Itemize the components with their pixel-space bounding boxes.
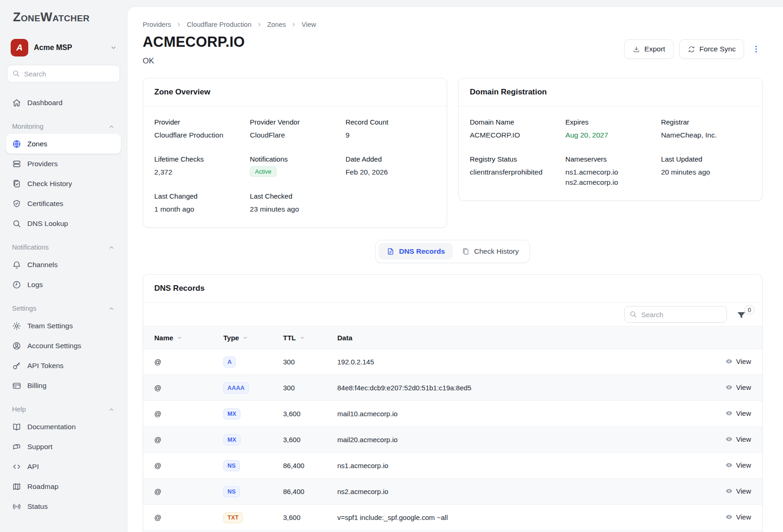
- sidebar-item-dns-lookup[interactable]: DNS Lookup: [6, 213, 121, 233]
- sidebar-item-zones[interactable]: Zones: [6, 134, 121, 154]
- view-button[interactable]: View: [725, 513, 751, 521]
- sidebar-item-team-settings[interactable]: Team Settings: [6, 316, 121, 336]
- sidebar-item-support[interactable]: Support: [6, 437, 121, 457]
- sidebar-item-providers[interactable]: Providers: [6, 154, 121, 174]
- sidebar-item-documentation[interactable]: Documentation: [6, 417, 121, 437]
- view-button[interactable]: View: [725, 435, 751, 443]
- view-button[interactable]: View: [725, 487, 751, 495]
- filter-button[interactable]: 0: [736, 307, 748, 321]
- sidebar-search-input[interactable]: [7, 65, 120, 82]
- col-data-label: Data: [337, 334, 353, 342]
- main-panel: Providers Cloudflare Production Zones Vi…: [127, 6, 783, 532]
- file-icon: [386, 247, 395, 256]
- tab-dns-records[interactable]: DNS Records: [379, 243, 453, 260]
- view-button[interactable]: View: [725, 409, 751, 417]
- dns-records-card: DNS Records 0 Name Type TTL Data: [143, 274, 763, 532]
- export-button[interactable]: Export: [624, 39, 674, 59]
- sidebar-item-dashboard[interactable]: Dashboard: [6, 93, 121, 113]
- field-last-updated: Last Updated 20 minutes ago: [661, 155, 751, 188]
- record-data: ns1.acmecorp.io: [337, 453, 695, 479]
- chevron-right-icon: [176, 21, 182, 28]
- chevron-right-icon: [290, 21, 297, 28]
- home-icon: [12, 98, 21, 107]
- dns-records-title: DNS Records: [143, 275, 762, 303]
- field-last-checked: Last Checked 23 minutes ago: [250, 192, 340, 214]
- field-last-changed: Last Changed 1 month ago: [154, 192, 244, 214]
- record-data: v=spf1 include:_spf.google.com ~all: [337, 505, 695, 531]
- dns-search-input[interactable]: [624, 306, 727, 323]
- tab-check-history[interactable]: Check History: [454, 243, 526, 260]
- chevron-up-icon: [108, 123, 115, 130]
- sidebar-item-label: Roadmap: [27, 482, 58, 491]
- sidebar-item-label: Status: [27, 502, 48, 511]
- breadcrumb-providers[interactable]: Providers: [143, 21, 171, 28]
- record-name: @: [143, 375, 223, 401]
- more-actions-button[interactable]: [750, 43, 763, 55]
- sidebar-item-certificates[interactable]: Certificates: [6, 194, 121, 213]
- eye-icon: [725, 513, 733, 521]
- search-icon: [12, 219, 21, 228]
- chevron-up-icon: [108, 244, 115, 251]
- breadcrumb-zones[interactable]: Zones: [267, 21, 286, 28]
- sidebar-item-status[interactable]: Status: [6, 496, 121, 516]
- chevron-down-icon: [110, 44, 117, 51]
- org-switcher[interactable]: A Acme MSP: [11, 39, 117, 56]
- sort-name[interactable]: Name: [154, 334, 183, 342]
- sidebar-item-channels[interactable]: Channels: [6, 255, 121, 275]
- sidebar-nav: Dashboard Monitoring Zones Providers Che…: [6, 93, 121, 516]
- sort-ttl[interactable]: TTL: [283, 334, 305, 342]
- sidebar-item-label: Documentation: [27, 423, 76, 431]
- key-icon: [12, 361, 21, 370]
- sidebar-item-roadmap[interactable]: Roadmap: [6, 476, 121, 496]
- sidebar-item-account-settings[interactable]: Account Settings: [6, 336, 121, 356]
- breadcrumb: Providers Cloudflare Production Zones Vi…: [143, 21, 763, 28]
- section-help[interactable]: Help: [12, 405, 115, 414]
- field-date-added: Date Added Feb 20, 2026: [346, 155, 436, 177]
- logo-text: Z: [13, 10, 21, 24]
- section-notifications[interactable]: Notifications: [12, 243, 115, 252]
- table-header-row: Name Type TTL Data: [143, 326, 762, 349]
- status-badge: Active: [250, 166, 276, 177]
- broadcast-icon: [12, 502, 21, 511]
- table-row-partial: [143, 531, 762, 532]
- chevron-up-icon: [108, 305, 115, 312]
- sidebar-item-billing[interactable]: Billing: [6, 376, 121, 395]
- eye-icon: [725, 435, 733, 443]
- record-name: @: [143, 479, 223, 505]
- sidebar-item-logs[interactable]: Logs: [6, 275, 121, 294]
- force-sync-button[interactable]: Force Sync: [679, 39, 744, 59]
- record-type-badge: NS: [223, 486, 240, 497]
- table-row: @ MX 3,600 mail10.acmecorp.io View: [143, 401, 762, 427]
- record-type-badge: TXT: [223, 512, 243, 523]
- eye-icon: [725, 461, 733, 469]
- sidebar-item-api-tokens[interactable]: API Tokens: [6, 356, 121, 376]
- page-title: ACMECORP.IO: [143, 34, 245, 50]
- section-settings[interactable]: Settings: [12, 304, 115, 313]
- record-ttl: 300: [283, 375, 337, 401]
- field-provider-vendor: Provider Vendor CloudFlare: [250, 118, 340, 140]
- record-type-badge: AAAA: [223, 382, 249, 394]
- sidebar-item-api[interactable]: API: [6, 457, 121, 476]
- record-name: @: [143, 349, 223, 375]
- view-button[interactable]: View: [725, 357, 751, 365]
- record-ttl: 3,600: [283, 505, 337, 531]
- section-monitoring[interactable]: Monitoring: [12, 122, 115, 131]
- credit-card-icon: [12, 381, 21, 390]
- org-name: Acme MSP: [34, 44, 72, 52]
- table-row: @ AAAA 300 84e8:f4ec:dcb9:e207:52d0:51b1…: [143, 375, 762, 401]
- record-data: mail10.acmecorp.io: [337, 401, 695, 427]
- section-label: Settings: [12, 305, 36, 312]
- zone-overview-title: Zone Overview: [143, 78, 447, 106]
- record-ttl: 3,600: [283, 427, 337, 453]
- sort-type[interactable]: Type: [223, 334, 248, 342]
- clock-icon: [12, 280, 21, 289]
- sidebar-item-label: API: [27, 463, 39, 471]
- view-button[interactable]: View: [725, 461, 751, 469]
- search-icon: [629, 310, 637, 318]
- record-data: 192.0.2.145: [337, 349, 695, 375]
- record-data: 84e8:f4ec:dcb9:e207:52d0:51b1:c19a:8ed5: [337, 375, 695, 401]
- breadcrumb-provider-name[interactable]: Cloudflare Production: [187, 21, 251, 28]
- view-button[interactable]: View: [725, 383, 751, 391]
- stack-icon: [12, 159, 21, 169]
- sidebar-item-check-history[interactable]: Check History: [6, 174, 121, 194]
